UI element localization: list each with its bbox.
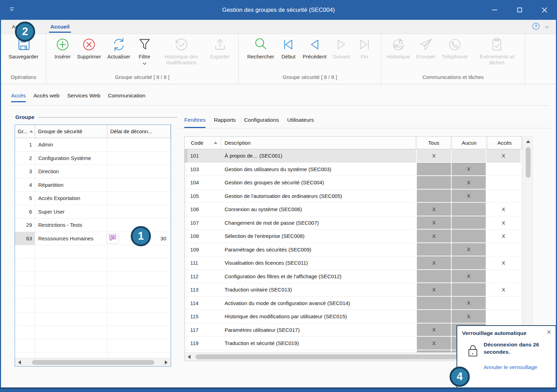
aucun-cell[interactable]: X bbox=[451, 190, 486, 203]
group-row[interactable]: 5Accès Exportation bbox=[15, 192, 171, 205]
acces-cell[interactable] bbox=[486, 297, 520, 310]
window-access-row[interactable]: 113Traduction unitaire (SEC013)XX bbox=[185, 283, 522, 297]
tous-cell[interactable]: X bbox=[416, 216, 451, 230]
aucun-cell[interactable]: X bbox=[451, 176, 486, 190]
acces-cell[interactable] bbox=[486, 176, 520, 190]
column-header-code[interactable]: Code bbox=[187, 137, 221, 149]
aucun-cell[interactable]: X bbox=[451, 163, 486, 176]
tous-cell[interactable] bbox=[416, 310, 451, 323]
acces-cell[interactable]: X bbox=[486, 230, 520, 243]
tous-cell[interactable] bbox=[416, 176, 451, 190]
minimize-icon[interactable] bbox=[492, 7, 497, 13]
note-button[interactable] bbox=[106, 233, 119, 244]
tab-acces[interactable]: Accès bbox=[11, 93, 26, 103]
window-access-row[interactable]: 115Historique des modifications par util… bbox=[185, 310, 522, 323]
tous-cell[interactable]: X bbox=[416, 283, 451, 297]
acces-cell[interactable] bbox=[486, 243, 520, 257]
tous-cell[interactable]: X bbox=[416, 323, 451, 337]
window-access-row[interactable]: 114Activation du mode de configuration a… bbox=[185, 297, 522, 310]
column-header-groupe-de-securite[interactable]: Groupe de sécurité bbox=[35, 125, 107, 138]
tous-cell[interactable] bbox=[416, 190, 451, 203]
acces-cell[interactable] bbox=[486, 190, 520, 203]
aucun-cell[interactable]: X bbox=[451, 243, 486, 257]
maximize-icon[interactable] bbox=[517, 7, 522, 13]
acces-cell[interactable] bbox=[486, 270, 520, 283]
supprimer-button[interactable]: Supprimer bbox=[74, 36, 104, 60]
column-header-description[interactable]: Description bbox=[221, 137, 416, 149]
column-header-gr[interactable]: Gr... bbox=[15, 125, 35, 138]
inserer-button[interactable]: Insérer bbox=[51, 36, 74, 60]
group-row[interactable]: 1Admin bbox=[15, 138, 171, 152]
window-access-row[interactable]: 103Gestion des utilisateurs du système (… bbox=[185, 163, 522, 176]
aucun-cell[interactable] bbox=[451, 256, 486, 270]
column-header-acces[interactable]: Accès bbox=[487, 137, 522, 149]
precedent-button[interactable]: Précédent bbox=[300, 36, 330, 60]
tous-cell[interactable] bbox=[416, 163, 451, 176]
window-access-row[interactable]: 104Gestion des groupes de sécurité (SEC0… bbox=[185, 176, 522, 190]
column-header-tous[interactable]: Tous bbox=[417, 137, 451, 149]
aucun-cell[interactable] bbox=[451, 149, 486, 163]
tab-utilisateurs[interactable]: Utilisateurs bbox=[287, 117, 314, 128]
scroll-thumb[interactable] bbox=[526, 147, 531, 178]
group-row[interactable]: 3Direction bbox=[15, 165, 171, 178]
filtre-button[interactable]: Filtre bbox=[134, 36, 156, 67]
scroll-left-icon[interactable] bbox=[188, 355, 191, 359]
window-access-row[interactable]: 105Gestion de l'autorisation des ordinat… bbox=[185, 190, 522, 203]
scroll-right-icon[interactable] bbox=[165, 360, 168, 365]
window-access-row[interactable]: 106Connexion au système (SEC006)XX bbox=[185, 203, 522, 216]
aucun-cell[interactable] bbox=[451, 283, 486, 297]
column-header-aucun[interactable]: Aucun bbox=[452, 137, 486, 149]
quick-access-chevron-icon[interactable] bbox=[9, 7, 15, 12]
acces-cell[interactable] bbox=[486, 310, 520, 323]
scroll-left-icon[interactable] bbox=[18, 360, 21, 365]
debut-button[interactable]: Début bbox=[277, 36, 300, 60]
window-access-row[interactable]: 109Paramétrage des sécurités (SEC009)X bbox=[185, 243, 522, 257]
tous-cell[interactable]: X bbox=[416, 149, 451, 163]
aucun-cell[interactable]: X bbox=[451, 270, 486, 283]
cancel-lock-link[interactable]: Annuler le verrouillage bbox=[484, 364, 537, 370]
acces-cell[interactable]: X bbox=[486, 283, 520, 297]
actualiser-button[interactable]: Actualiser bbox=[104, 36, 134, 60]
tous-cell[interactable]: X bbox=[416, 337, 451, 350]
window-access-row[interactable]: 112Configuration des filtres et de l'aff… bbox=[185, 270, 522, 283]
rechercher-button[interactable]: Rechercher bbox=[244, 36, 277, 60]
column-header-delai[interactable]: Délai de déconn... bbox=[107, 125, 171, 138]
tab-rapports[interactable]: Rapports bbox=[214, 117, 236, 128]
aucun-cell[interactable] bbox=[451, 230, 486, 243]
group-row[interactable]: 2Configuration Système bbox=[15, 152, 171, 165]
tous-cell[interactable] bbox=[416, 270, 451, 283]
window-access-row[interactable]: 111Visualisation des licences (SEC011)XX bbox=[185, 256, 522, 270]
aucun-cell[interactable]: X bbox=[451, 310, 486, 323]
tab-communication[interactable]: Communication bbox=[108, 93, 146, 103]
acces-cell[interactable]: X bbox=[486, 149, 520, 163]
tous-cell[interactable]: X bbox=[416, 230, 451, 243]
aucun-cell[interactable] bbox=[451, 216, 486, 230]
tab-fenetres[interactable]: Fenêtres bbox=[184, 117, 205, 128]
popup-close-icon[interactable]: ✕ bbox=[547, 329, 551, 336]
aucun-cell[interactable]: X bbox=[451, 297, 486, 310]
close-icon[interactable] bbox=[542, 7, 547, 13]
acces-cell[interactable]: X bbox=[486, 256, 520, 270]
tab-acces-web[interactable]: Accès web bbox=[33, 93, 59, 103]
group-row[interactable]: 4Répartition bbox=[15, 178, 171, 192]
help-icon[interactable]: ? bbox=[532, 22, 540, 32]
group-table-hscrollbar[interactable] bbox=[15, 358, 171, 366]
scroll-thumb[interactable] bbox=[195, 354, 476, 359]
window-access-row[interactable]: 108Sélection de l'entreprise (SEC008)XX bbox=[185, 230, 522, 243]
tous-cell[interactable]: X bbox=[416, 256, 451, 270]
tous-cell[interactable]: X bbox=[416, 203, 451, 216]
scroll-up-icon[interactable] bbox=[526, 140, 530, 143]
window-access-row[interactable]: 101À propos de… (SEC001)XX bbox=[185, 149, 522, 163]
acces-cell[interactable] bbox=[486, 163, 520, 176]
acces-cell[interactable]: X bbox=[486, 216, 520, 230]
scroll-thumb[interactable] bbox=[32, 360, 154, 365]
aucun-cell[interactable] bbox=[451, 203, 486, 216]
chevron-down-icon[interactable] bbox=[545, 24, 549, 30]
tous-cell[interactable] bbox=[416, 297, 451, 310]
tous-cell[interactable] bbox=[416, 243, 451, 257]
tab-configurations[interactable]: Configurations bbox=[244, 117, 279, 128]
window-access-row[interactable]: 107Changement de mot de passe (SEC007)XX bbox=[185, 216, 522, 230]
group-row[interactable]: 6Super User bbox=[15, 205, 171, 219]
tab-services-web[interactable]: Services Web bbox=[67, 93, 100, 103]
menu-accueil[interactable]: Accueil bbox=[50, 21, 70, 33]
